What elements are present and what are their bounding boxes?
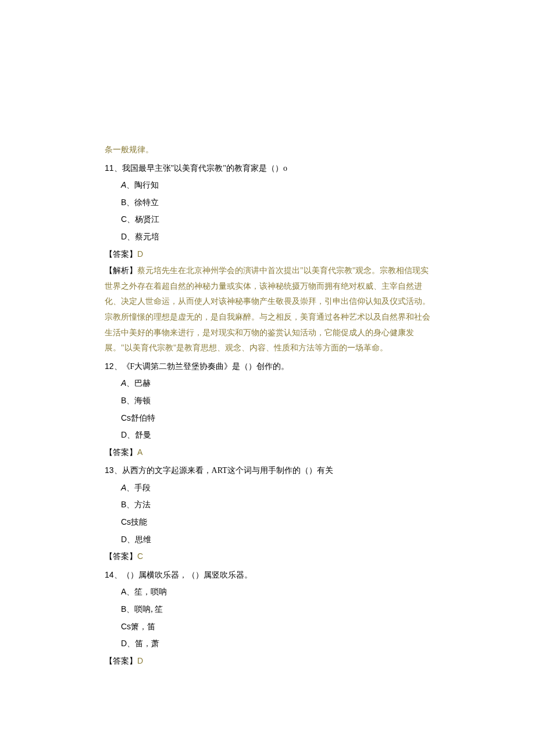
option-letter: Cs [121,622,131,631]
option-14-b: B、唢呐, 笙 [105,601,430,618]
option-letter: B [121,500,126,509]
option-text: 蔡元培 [135,232,159,241]
option-13-d: D、思维 [105,532,430,548]
question-13: 13、从西方的文字起源来看，ART这个词与用手制作的（）有关 [105,463,430,479]
question-11: 11、我国最早主张"以美育代宗教"的教育家是（）o [105,160,430,177]
option-sep: 、 [126,396,134,405]
answer-12: 【答案】A [105,445,430,461]
option-sep: 、 [126,587,134,596]
option-sep: 、 [127,215,135,224]
answer-value: D [137,249,143,259]
option-text: 杨贤江 [135,215,159,224]
option-11-a: A、陶行知 [105,177,430,194]
option-letter: B [121,198,126,207]
option-14-a: A、笙，唢呐 [105,584,430,600]
explanation-11: 【解析】蔡元培先生在北京神州学会的演讲中首次提出"以美育代宗教"观念。宗教相信现… [105,263,430,356]
answer-value: D [137,656,143,665]
question-13-text: 从西方的文字起源来看，ART这个词与用手制作的（）有关 [122,466,333,475]
option-11-b: B、徐特立 [105,195,430,211]
answer-label: 【答案】 [105,448,137,457]
option-text: 巴赫 [134,379,151,388]
option-text: 手段 [134,483,151,492]
option-letter: A [121,378,126,388]
option-letter: D [121,535,127,544]
answer-14: 【答案】D [105,653,430,669]
question-12-num: 12、 [105,361,122,371]
answer-label: 【答案】 [105,552,137,561]
option-letter: D [121,639,127,648]
option-letter: A [121,587,126,596]
option-14-c: Cs箫，笛 [105,619,430,635]
option-text: 唢呐, 笙 [134,605,163,614]
option-letter: D [121,430,127,439]
explanation-label: 【解析】 [105,266,137,275]
option-text: 思维 [135,535,151,544]
option-text: 方法 [134,500,151,509]
option-text: 舒曼 [135,431,151,439]
question-12-text: 《F大调第二勃兰登堡协奏曲》是（）创作的。 [122,362,290,371]
option-sep: 、 [126,500,134,509]
option-12-a: A、巴赫 [105,375,430,392]
option-sep: 、 [127,639,135,648]
option-letter: B [121,396,126,405]
question-13-num: 13、 [105,465,122,475]
option-letter: C [121,214,127,224]
option-letter: Cs [121,517,131,526]
option-letter: A [121,180,126,189]
question-14-num: 14、 [105,570,122,579]
intro-fragment: 条一般规律。 [105,142,430,158]
option-letter: D [121,232,127,241]
option-13-a: A、手段 [105,480,430,496]
option-sep: 、 [126,483,134,492]
option-letter: Cs [121,413,131,422]
option-sep: 、 [127,535,135,544]
option-sep: 、 [126,379,134,388]
option-text: 技能 [131,518,147,526]
answer-label: 【答案】 [105,250,137,259]
option-sep: 、 [126,198,134,207]
option-sep: 、 [126,181,134,189]
option-letter: A [121,483,126,492]
answer-label: 【答案】 [105,657,137,665]
question-11-num: 11、 [105,163,122,173]
option-letter: B [121,604,126,614]
answer-value: A [137,447,142,457]
option-12-b: B、海顿 [105,393,430,409]
question-12: 12、《F大调第二勃兰登堡协奏曲》是（）创作的。 [105,359,430,375]
question-14: 14、（）属横吹乐器，（）属竖吹乐器。 [105,567,430,583]
answer-value: C [137,551,143,561]
option-text: 笙，唢呐 [134,587,167,596]
option-13-c: Cs技能 [105,514,430,531]
option-11-c: C、杨贤江 [105,212,430,228]
option-13-b: B、方法 [105,497,430,513]
question-14-text: （）属横吹乐器，（）属竖吹乐器。 [122,571,252,579]
option-text: 笛，萧 [135,639,159,648]
option-14-d: D、笛，萧 [105,636,430,652]
option-12-c: Cs舒伯特 [105,410,430,427]
question-11-text: 我国最早主张"以美育代宗教"的教育家是（）o [122,164,287,173]
option-sep: 、 [127,232,135,241]
option-11-d: D、蔡元培 [105,229,430,245]
option-text: 陶行知 [134,181,159,189]
option-sep: 、 [126,605,134,614]
explanation-text: 蔡元培先生在北京神州学会的演讲中首次提出"以美育代宗教"观念。宗教相信现实世界之… [105,266,430,352]
option-12-d: D、舒曼 [105,427,430,443]
option-text: 海顿 [134,396,151,405]
answer-13: 【答案】C [105,549,430,565]
option-text: 箫，笛 [131,622,155,631]
option-text: 徐特立 [134,198,159,207]
option-sep: 、 [127,431,135,439]
answer-11: 【答案】D [105,246,430,263]
option-text: 舒伯特 [131,414,155,422]
